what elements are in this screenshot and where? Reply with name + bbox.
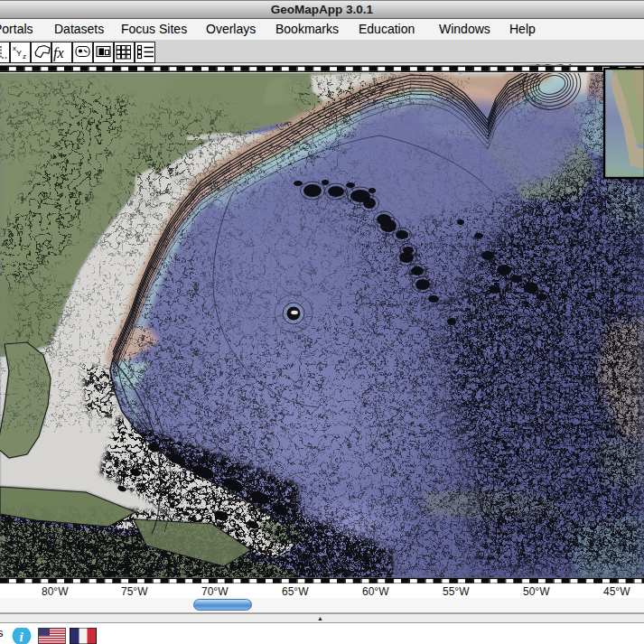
svg-text:fx: fx [53,45,64,61]
svg-text:Y: Y [16,49,22,58]
svg-text:z: z [23,52,26,61]
